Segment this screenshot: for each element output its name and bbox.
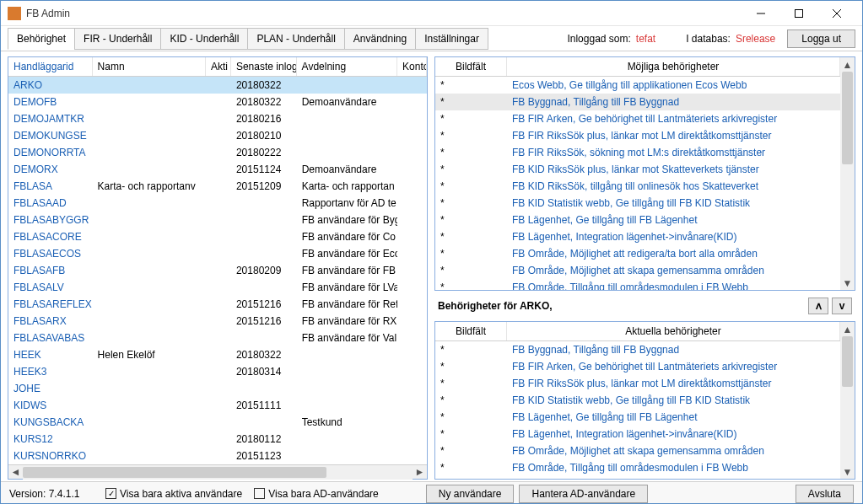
move-up-button[interactable]: ʌ (808, 298, 828, 314)
list-item[interactable]: *FB Lägenhet, Integration lägenhet->invå… (435, 426, 840, 442)
vscroll-up-icon[interactable]: ▲ (840, 57, 855, 72)
list-item[interactable]: *FB FIR RiksSök, sökning mot LM:s direkt… (435, 144, 840, 161)
table-row[interactable]: DEMOJAMTKR20180216 (8, 110, 427, 127)
current-vscroll[interactable]: ▲ ▼ (840, 322, 855, 479)
tab-anvandning[interactable]: Användning (344, 28, 416, 50)
vscroll-track[interactable] (840, 336, 855, 464)
list-item[interactable]: *FB Lägenhet, Ge tillgång till FB Lägenh… (435, 212, 840, 228)
cell-bildfalt: * (435, 394, 507, 406)
col-header-kont[interactable]: Konto (397, 57, 427, 76)
table-row[interactable]: FBLASABYGGRFB användare för Byg (8, 212, 427, 228)
tab-fir[interactable]: FIR - Underhåll (74, 28, 161, 50)
list-item[interactable]: *FB Byggnad, Tillgång till FB Byggnad (435, 341, 840, 358)
minimize-button[interactable] (742, 2, 779, 25)
vscroll-up-icon[interactable]: ▲ (840, 322, 855, 336)
table-row[interactable]: KURSNORRKO20151123 (8, 448, 427, 464)
col-header-name[interactable]: Namn (93, 57, 206, 76)
list-item[interactable]: *FB Område, Tillgång till områdesmodulen… (435, 459, 840, 476)
hscroll-left-icon[interactable]: ◄ (8, 465, 23, 480)
list-item[interactable]: *FB KID Statistik webb, Ge tillgång till… (435, 392, 840, 409)
table-row[interactable]: FBLASAADRapportanv för AD te (8, 195, 427, 212)
vscroll-down-icon[interactable]: ▼ (840, 276, 855, 290)
possible-perms-body[interactable]: *Ecos Webb, Ge tillgång till applikation… (435, 77, 840, 290)
table-row[interactable]: DEMOFB20180322Demoanvändare (8, 94, 427, 110)
vscroll-down-icon[interactable]: ▼ (840, 464, 855, 479)
cell-date: 20180314 (231, 366, 297, 378)
current-col-bildfalt[interactable]: Bildfält (435, 322, 507, 340)
possible-col-bildfalt[interactable]: Bildfält (435, 57, 507, 76)
list-item[interactable]: *FB FIR RiksSök plus, länkar mot LM dire… (435, 127, 840, 144)
list-item[interactable]: *FB KID RiksSök, tillgång till onlinesök… (435, 178, 840, 195)
table-row[interactable]: KIDWS20151111 (8, 397, 427, 414)
list-item[interactable]: *FB FIR Arken, Ge behörighet till Lantmä… (435, 358, 840, 375)
col-header-id[interactable]: Handläggarid (8, 57, 93, 76)
users-table-body[interactable]: ARKO20180322DEMOFB20180322DemoanvändareD… (8, 77, 427, 464)
col-header-avd[interactable]: Avdelning (297, 57, 397, 76)
hscroll-thumb[interactable] (23, 467, 326, 478)
cell-bildfalt: * (435, 281, 507, 290)
col-header-akt[interactable]: Akti (206, 57, 231, 76)
new-user-button[interactable]: Ny användare (426, 485, 515, 503)
table-row[interactable]: FBLASALVFB användare för LVa (8, 279, 427, 296)
table-row[interactable]: FBLASAREFLEX20151216FB användare för Ref (8, 296, 427, 313)
current-col-perm[interactable]: Aktuella behörigheter (507, 322, 840, 340)
checkbox-active-users[interactable]: Visa bara aktiva användare (105, 488, 242, 500)
cell-avd: FB användare för Co (297, 231, 398, 243)
cell-id: FBLASAREFLEX (8, 298, 93, 310)
cell-id: DEMONORRTA (8, 147, 93, 158)
col-header-date[interactable]: Senaste inlogg (231, 57, 297, 76)
table-row[interactable]: FBLASAVABASFB användare för Val (8, 330, 427, 346)
tab-installningar[interactable]: Inställningar (415, 28, 488, 50)
list-item[interactable]: *FB KID Statistik webb, Ge tillgång till… (435, 195, 840, 212)
cell-id: FBLASA (8, 180, 93, 192)
table-row[interactable]: ARKO20180322 (8, 77, 427, 94)
vscroll-track[interactable] (840, 72, 855, 276)
manage-ad-users-button[interactable]: Hantera AD-användare (519, 485, 648, 503)
close-button[interactable] (817, 2, 855, 25)
table-row[interactable]: JOHE (8, 380, 427, 397)
list-item[interactable]: *FB Område, Möjlighet att redigera/ta bo… (435, 245, 840, 262)
checkbox-ad-users[interactable]: Visa bara AD-användare (254, 488, 379, 500)
list-item[interactable]: *FB KID RiksSök plus, länkar mot Skattev… (435, 161, 840, 178)
hscroll-track[interactable] (23, 465, 413, 480)
cell-permission: FB FIR Arken, Ge behörighet till Lantmät… (507, 361, 840, 373)
list-item[interactable]: *FB FIR RiksSök plus, länkar mot LM dire… (435, 375, 840, 392)
list-item[interactable]: *FB Lägenhet, Ge tillgång till FB Lägenh… (435, 409, 840, 426)
table-row[interactable]: DEMONORRTA20180222 (8, 144, 427, 161)
table-row[interactable]: FBLASARX20151216FB användare för RX (8, 313, 427, 330)
logout-button[interactable]: Logga ut (787, 29, 855, 48)
vscroll-thumb[interactable] (842, 336, 853, 387)
table-row[interactable]: HEEK320180314 (8, 363, 427, 380)
current-perms-body[interactable]: *FB Byggnad, Tillgång till FB Byggnad*FB… (435, 341, 840, 479)
list-item[interactable]: *FB Byggnad, Tillgång till FB Byggnad (435, 94, 840, 110)
possible-col-perm[interactable]: Möjliga behörigheter (507, 57, 840, 76)
tab-behorighet[interactable]: Behörighet (8, 28, 75, 50)
cell-avd: FB användare för Val (297, 332, 398, 344)
close-button-footer[interactable]: Avsluta (796, 485, 854, 503)
table-row[interactable]: HEEKHelen Ekelöf20180322 (8, 346, 427, 363)
users-hscroll[interactable]: ◄ ► (8, 464, 427, 479)
table-row[interactable]: FBLASAKarta- och rapportanv20151209Karta… (8, 178, 427, 195)
table-row[interactable]: KURS1220180112 (8, 431, 427, 448)
list-item[interactable]: *FB Område, Möjlighet att skapa gemensam… (435, 262, 840, 279)
table-row[interactable]: DEMORX20151124Demoanvändare (8, 161, 427, 178)
tab-plan[interactable]: PLAN - Underhåll (247, 28, 344, 50)
vscroll-thumb[interactable] (842, 72, 853, 164)
login-user: tefat (636, 33, 655, 45)
hscroll-right-icon[interactable]: ► (413, 465, 427, 480)
table-row[interactable]: FBLASAFB20180209FB användare för FB (8, 262, 427, 279)
move-down-button[interactable]: v (832, 298, 852, 314)
list-item[interactable]: *FB Område, Tillgång till områdesmodulen… (435, 279, 840, 290)
list-item[interactable]: *FB Område, Möjlighet att skapa gemensam… (435, 442, 840, 459)
maximize-button[interactable] (779, 2, 817, 25)
tab-kid[interactable]: KID - Underhåll (160, 28, 248, 50)
cell-permission: FB KID RiksSök, tillgång till onlinesök … (507, 180, 840, 192)
list-item[interactable]: *FB FIR Arken, Ge behörighet till Lantmä… (435, 110, 840, 127)
list-item[interactable]: *FB Lägenhet, Integration lägenhet->invå… (435, 228, 840, 245)
table-row[interactable]: KUNGSBACKATestkund (8, 414, 427, 431)
possible-vscroll[interactable]: ▲ ▼ (840, 57, 855, 290)
table-row[interactable]: FBLASACOREFB användare för Co (8, 228, 427, 245)
table-row[interactable]: FBLASAECOSFB användare för Eco (8, 245, 427, 262)
table-row[interactable]: DEMOKUNGSE20180210 (8, 127, 427, 144)
list-item[interactable]: *Ecos Webb, Ge tillgång till applikation… (435, 77, 840, 94)
